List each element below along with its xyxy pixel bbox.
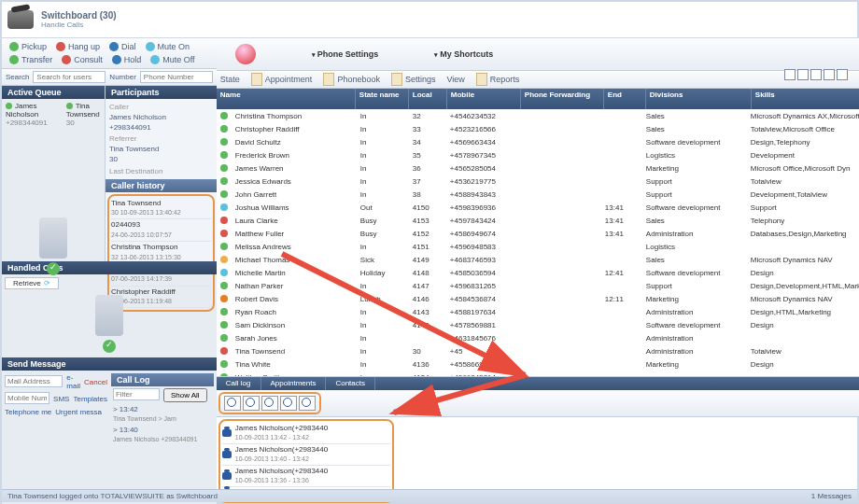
table-row[interactable]: James WarrenIn36+4565285054MarketingMicr… [217, 161, 859, 175]
bottom-tabs: Call log Appointments Contacts [217, 377, 859, 390]
tab-contacts[interactable]: Contacts [326, 377, 375, 390]
participants-header: Participants [106, 86, 217, 99]
table-row[interactable]: Tina TownsendIn30+45AdministrationTotalv… [217, 344, 859, 357]
app-title: Switchboard (30) [41, 10, 117, 21]
consult-button[interactable]: Consult [58, 54, 106, 65]
app-subtitle: Handle Calls [41, 21, 117, 29]
phone-icon [7, 10, 34, 29]
table-row[interactable]: Michelle MartinHoliday4148+458503659412:… [217, 266, 859, 279]
appointment-menu[interactable]: Appointment [251, 73, 313, 86]
active-queue: James Nicholson+298344091Tina Townsend30 [2, 99, 105, 130]
call-log-list: > 13:42Tina Townsend > Jam> 13:40James N… [113, 404, 212, 445]
reports-menu[interactable]: Reports [476, 73, 520, 86]
hangup-button[interactable]: Hang up [52, 41, 104, 52]
telephone-me-link[interactable]: Telephone me [5, 408, 51, 416]
pickup-button[interactable]: Pickup [6, 41, 50, 52]
search-label: Search [6, 73, 29, 81]
check-icon-2 [103, 340, 116, 353]
table-row[interactable]: Frederick BrownIn35+4578967345LogisticsD… [217, 148, 859, 161]
phone-settings-dropdown[interactable]: Phone Settings [312, 49, 378, 59]
phone-large-icon-2 [95, 295, 123, 336]
hold-button[interactable]: Hold [108, 54, 146, 65]
table-row[interactable]: Sarah JonesIn+4631845676AdministrationIn [217, 331, 859, 344]
cancel-link[interactable]: Cancel [84, 378, 107, 386]
table-row[interactable]: Nathan ParkerIn4147+4596831265SupportDes… [217, 279, 859, 292]
send-message-header: Send Message [2, 357, 217, 371]
mail-input[interactable] [5, 375, 63, 387]
right-toolbar: State Appointment Phonebook Settings Vie… [217, 71, 859, 89]
caller-history-header: Caller history [106, 179, 217, 192]
table-row[interactable]: Joshua WilliamsOut4150+459839693613:41So… [217, 201, 859, 214]
table-row[interactable]: Sam DickinsonIn4140+4578569881Software d… [217, 318, 859, 331]
number-input[interactable] [140, 71, 213, 83]
view-mode-icons[interactable] [784, 69, 848, 80]
grid-body[interactable]: Christina ThompsonIn32+4546234532SalesMi… [217, 109, 859, 376]
sms-link[interactable]: SMS [53, 395, 69, 403]
avatar-icon [235, 44, 256, 64]
phonebook-menu[interactable]: Phonebook [323, 73, 380, 86]
table-row[interactable]: Ryan RoachIn4143+4588197634Administratio… [217, 305, 859, 318]
grid-header: Name State name Local Mobile Phone Forwa… [217, 89, 859, 109]
table-row[interactable]: David SchultzIn34+4569663434Software dev… [217, 135, 859, 148]
view-menu[interactable]: View [446, 75, 464, 84]
table-row[interactable]: Robert DavisLunch4146+458453687412:11Mar… [217, 292, 859, 305]
email-link[interactable]: e-mail [66, 373, 80, 390]
tab-appointments[interactable]: Appointments [261, 377, 327, 390]
tab-calllog[interactable]: Call log [217, 377, 261, 390]
templates-link[interactable]: Templates [73, 395, 106, 403]
participants-panel: Caller James Nicholson +298344091 Referr… [106, 99, 217, 179]
muteoff-button[interactable]: Mute Off [147, 54, 198, 65]
right-header: Phone Settings My Shortcuts [217, 38, 859, 71]
table-row[interactable]: Melissa AndrewsIn4151+4596948583Logistic… [217, 240, 859, 253]
call-log-header: Call Log [111, 373, 214, 386]
mobile-input[interactable] [5, 392, 49, 404]
table-row[interactable]: Matthew FullerBusy4152+458694967413:41Ad… [217, 227, 859, 240]
status-bar: Tina Townsend logged onto TOTALVIEWSUITE… [2, 489, 857, 502]
phone-large-icon [39, 217, 67, 259]
check-icon [47, 262, 60, 275]
table-row[interactable]: Tina WhiteIn4136+4558669681MarketingDesi… [217, 357, 859, 371]
filter-input[interactable] [113, 388, 160, 400]
settings-menu[interactable]: Settings [391, 73, 436, 86]
urgent-link[interactable]: Urgent messa [55, 408, 102, 416]
table-row[interactable]: Michael ThomasSick4149+4683746593SalesMi… [217, 253, 859, 266]
retrieve-button[interactable]: Retrieve ⟳ [5, 277, 59, 289]
table-row[interactable]: John GarrettIn38+4588943843SupportDevelo… [217, 188, 859, 201]
table-row[interactable]: Christopher RaddiffIn33+4523216566SalesT… [217, 122, 859, 135]
table-row[interactable]: Laura ClarkeBusy4153+459784342413:41Sale… [217, 214, 859, 227]
dial-button[interactable]: Dial [106, 41, 140, 52]
title-bar: Switchboard (30) Handle Calls [2, 2, 857, 38]
calllog-filter-buttons[interactable] [218, 392, 321, 414]
table-row[interactable]: Jessica EdwardsIn37+4536219775SupportTot… [217, 175, 859, 188]
number-label: Number [109, 73, 135, 81]
handled-calls-header: Handled Calls [2, 261, 217, 274]
search-bar: Search Number [2, 69, 217, 86]
active-queue-header: Active Queue [2, 86, 105, 99]
search-input[interactable] [33, 71, 106, 83]
table-row[interactable]: Christina ThompsonIn32+4546234532SalesMi… [217, 109, 859, 122]
state-menu[interactable]: State [220, 75, 240, 84]
muteon-button[interactable]: Mute On [142, 41, 194, 52]
showall-button[interactable]: Show All [163, 388, 207, 402]
call-toolbar: Pickup Hang up Dial Mute On Transfer Con… [2, 38, 217, 69]
shortcuts-dropdown[interactable]: My Shortcuts [434, 49, 493, 59]
transfer-button[interactable]: Transfer [6, 54, 56, 65]
